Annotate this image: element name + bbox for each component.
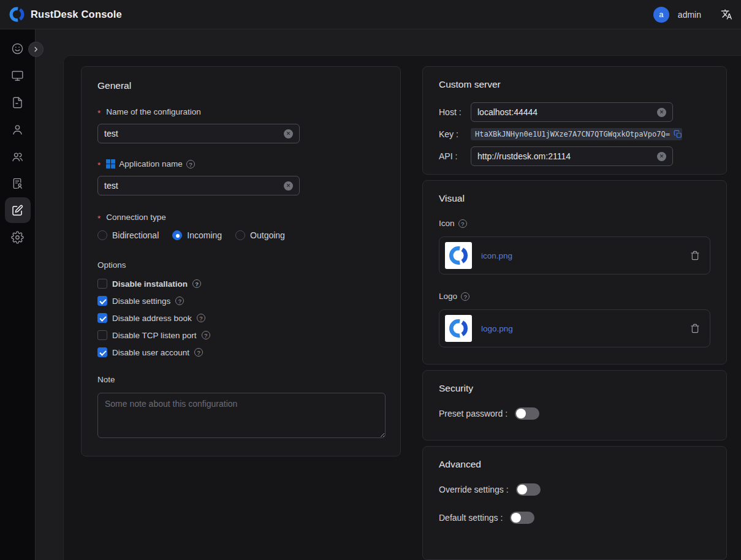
help-icon[interactable]: ? bbox=[194, 348, 203, 357]
name-input[interactable] bbox=[104, 129, 279, 138]
security-title: Security bbox=[439, 383, 710, 394]
key-value-chip: HtaXBkJNHyn0e1U1jWXze7A7CN7QTGWqxkOtpaVp… bbox=[471, 128, 682, 140]
options-group: Disable installation? Disable settings? … bbox=[97, 277, 384, 359]
visual-title: Visual bbox=[439, 193, 710, 204]
rustdesk-logo-icon bbox=[9, 6, 25, 23]
clear-host-icon[interactable]: ✕ bbox=[657, 108, 666, 117]
radio-bidirectional[interactable]: Bidirectional bbox=[97, 230, 159, 240]
sidebar-item-dashboard[interactable] bbox=[5, 36, 31, 61]
checkbox-disable-installation[interactable]: Disable installation? bbox=[97, 277, 384, 290]
help-icon[interactable]: ? bbox=[175, 297, 184, 305]
advanced-card: Advanced Override settings : Default set… bbox=[422, 446, 727, 560]
note-label: Note bbox=[97, 375, 384, 384]
help-icon[interactable]: ? bbox=[192, 279, 201, 288]
default-settings-label: Default settings : bbox=[439, 513, 503, 523]
sidebar-item-audit[interactable] bbox=[5, 89, 31, 115]
custom-server-title: Custom server bbox=[439, 79, 710, 90]
preset-password-toggle[interactable] bbox=[515, 407, 539, 420]
sidebar-collapse-button[interactable] bbox=[28, 42, 44, 57]
logo-label: Logo? bbox=[439, 292, 710, 301]
help-icon[interactable]: ? bbox=[186, 160, 195, 168]
app-name-input-wrap: ✕ bbox=[97, 176, 300, 195]
key-value: HtaXBkJNHyn0e1U1jWXze7A7CN7QTGWqxkOtpaVp… bbox=[475, 130, 670, 138]
users-icon bbox=[11, 150, 24, 163]
edit-square-icon bbox=[11, 204, 24, 217]
rustdesk-console-page: RustDesk Console a admin bbox=[0, 0, 741, 560]
custom-server-card: Custom server Host : ✕ Key : HtaXBkJNHyn… bbox=[422, 66, 727, 175]
checkbox-disable-address-book[interactable]: Disable address book? bbox=[97, 311, 384, 325]
advanced-title: Advanced bbox=[439, 459, 710, 470]
radio-incoming[interactable]: Incoming bbox=[172, 230, 222, 240]
connection-type-label: Connection type bbox=[97, 213, 384, 222]
api-input-wrap: ✕ bbox=[471, 146, 673, 166]
override-settings-toggle[interactable] bbox=[516, 483, 541, 496]
logo-file-link[interactable]: logo.png bbox=[481, 324, 513, 333]
icon-file-link[interactable]: icon.png bbox=[481, 251, 512, 260]
document-icon bbox=[11, 96, 24, 109]
icon-file-row: icon.png bbox=[439, 236, 710, 274]
help-icon[interactable]: ? bbox=[202, 331, 210, 339]
clear-app-name-icon[interactable]: ✕ bbox=[284, 181, 293, 191]
preset-password-label: Preset password : bbox=[439, 409, 507, 418]
brand: RustDesk Console bbox=[9, 6, 122, 23]
username[interactable]: admin bbox=[678, 10, 701, 20]
sidebar bbox=[0, 29, 36, 560]
sidebar-item-users[interactable] bbox=[5, 116, 31, 142]
app-title: RustDesk Console bbox=[31, 9, 122, 20]
clear-api-icon[interactable]: ✕ bbox=[657, 152, 666, 161]
host-label: Host : bbox=[439, 107, 471, 117]
icon-label: Icon? bbox=[439, 219, 710, 228]
api-input[interactable] bbox=[477, 151, 652, 161]
translate-icon[interactable] bbox=[721, 9, 732, 20]
name-label: Name of the configuration bbox=[97, 107, 384, 116]
delete-logo-file-trash-icon[interactable] bbox=[690, 324, 700, 333]
logo-thumbnail bbox=[445, 315, 472, 342]
copy-icon[interactable] bbox=[674, 130, 682, 138]
security-card: Security Preset password : bbox=[422, 370, 727, 441]
host-input[interactable] bbox=[477, 107, 652, 117]
key-label: Key : bbox=[439, 129, 471, 139]
user-icon bbox=[11, 123, 24, 136]
override-settings-label: Override settings : bbox=[439, 485, 509, 494]
audit-log-icon bbox=[11, 177, 24, 190]
user-avatar[interactable]: a bbox=[653, 7, 669, 23]
radio-outgoing[interactable]: Outgoing bbox=[235, 230, 285, 240]
help-icon[interactable]: ? bbox=[461, 292, 469, 301]
top-bar: RustDesk Console a admin bbox=[0, 0, 741, 29]
monitor-icon bbox=[11, 69, 24, 82]
general-title: General bbox=[97, 80, 384, 91]
host-input-wrap: ✕ bbox=[471, 102, 673, 122]
windows-icon bbox=[106, 159, 115, 168]
checkbox-disable-tcp-listen-port[interactable]: Disable TCP listen port? bbox=[97, 328, 384, 342]
sidebar-item-groups[interactable] bbox=[5, 143, 31, 169]
sidebar-item-address-books[interactable] bbox=[5, 170, 31, 196]
visual-card: Visual Icon? icon.png bbox=[422, 180, 727, 365]
sidebar-item-custom-clients[interactable] bbox=[5, 197, 31, 223]
options-label: Options bbox=[97, 260, 384, 270]
smiley-icon bbox=[11, 42, 24, 55]
app-name-label: Application name ? bbox=[97, 159, 384, 168]
help-icon[interactable]: ? bbox=[458, 219, 467, 228]
checkbox-disable-settings[interactable]: Disable settings? bbox=[97, 294, 384, 308]
connection-type-group: Bidirectional Incoming Outgoing bbox=[97, 230, 384, 240]
app-name-input[interactable] bbox=[104, 181, 279, 191]
general-card: General Name of the configuration ✕ Appl… bbox=[81, 66, 401, 456]
default-settings-toggle[interactable] bbox=[510, 512, 534, 524]
help-icon[interactable]: ? bbox=[197, 314, 205, 322]
logo-file-row: logo.png bbox=[439, 309, 710, 347]
api-label: API : bbox=[439, 151, 471, 161]
icon-thumbnail bbox=[445, 242, 472, 269]
gear-icon bbox=[11, 231, 24, 244]
name-input-wrap: ✕ bbox=[97, 124, 300, 143]
checkbox-disable-user-account[interactable]: Disable user account? bbox=[97, 346, 384, 359]
main-content: General Name of the configuration ✕ Appl… bbox=[63, 55, 741, 560]
note-textarea[interactable] bbox=[97, 393, 386, 438]
right-column: Custom server Host : ✕ Key : HtaXBkJNHyn… bbox=[422, 66, 727, 560]
sidebar-item-devices[interactable] bbox=[5, 62, 31, 88]
sidebar-item-settings[interactable] bbox=[5, 224, 31, 250]
clear-name-icon[interactable]: ✕ bbox=[284, 129, 293, 138]
delete-icon-file-trash-icon[interactable] bbox=[690, 251, 700, 260]
